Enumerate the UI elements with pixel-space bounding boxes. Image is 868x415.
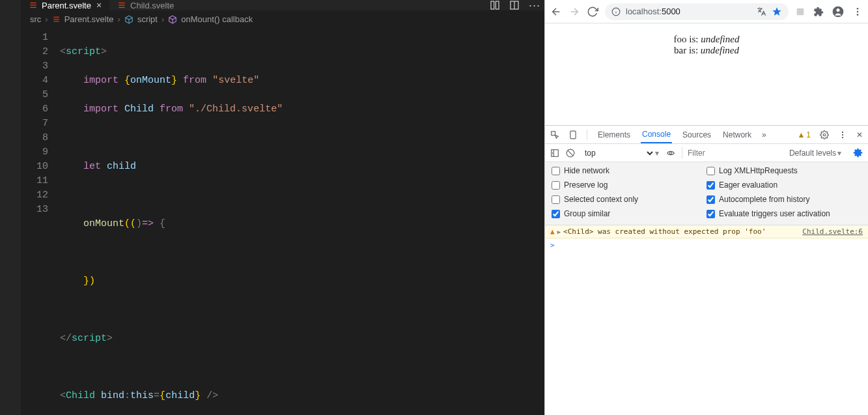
browser-pane: localhost:5000 foo is: undefined bar is:… xyxy=(544,0,868,415)
live-expression-icon[interactable] xyxy=(666,149,675,158)
svg-point-27 xyxy=(823,134,826,136)
warning-text: <Child> was created without expected pro… xyxy=(563,227,766,236)
console-warning-row[interactable]: ▲ ▶ <Child> was created without expected… xyxy=(545,225,868,238)
svelte-file-icon xyxy=(29,1,38,10)
opt-preserve-log[interactable]: Preserve log xyxy=(552,180,707,190)
console-options: Hide network Log XMLHttpRequests Preserv… xyxy=(545,162,868,225)
console-prompt[interactable]: > xyxy=(545,238,868,252)
opt-group-similar[interactable]: Group similar xyxy=(552,209,707,218)
expand-arrow-icon[interactable]: ▶ xyxy=(557,229,561,235)
breadcrumb[interactable]: src › Parent.svelte › script › onMount()… xyxy=(21,10,544,28)
back-icon[interactable] xyxy=(550,6,562,18)
more-icon[interactable]: ··· xyxy=(529,0,539,10)
svelte-file-icon xyxy=(52,15,61,23)
svg-point-30 xyxy=(842,136,843,137)
devtools-panel: Elements Console Sources Network » ▲ 1 ✕… xyxy=(545,125,868,415)
svg-line-34 xyxy=(568,150,573,155)
tab-elements[interactable]: Elements xyxy=(596,126,632,143)
svg-rect-6 xyxy=(491,1,494,9)
device-icon[interactable] xyxy=(568,130,578,139)
more-tabs-icon[interactable]: » xyxy=(762,130,766,139)
editor-tabs-bar: Parent.svelte × Child.svelte ··· xyxy=(21,0,544,10)
close-devtools-icon[interactable]: ✕ xyxy=(856,130,863,139)
split-editor-icon[interactable] xyxy=(509,0,520,10)
line-gutter: 12345678910111213 xyxy=(21,28,60,415)
extension-icon[interactable] xyxy=(795,7,805,17)
inspect-icon[interactable] xyxy=(550,130,559,139)
settings-gear-icon[interactable] xyxy=(820,130,829,139)
breadcrumb-scope[interactable]: script xyxy=(137,14,158,24)
opt-selected-ctx[interactable]: Selected context only xyxy=(552,195,707,204)
activity-bar xyxy=(0,0,21,415)
svelte-file-icon xyxy=(117,1,126,10)
svg-point-21 xyxy=(857,8,859,10)
extensions-puzzle-icon[interactable] xyxy=(813,7,824,17)
bookmark-star-icon[interactable] xyxy=(772,7,782,17)
reload-icon[interactable] xyxy=(587,6,598,18)
opt-hide-network[interactable]: Hide network xyxy=(552,166,707,175)
tab-label: Child.svelte xyxy=(130,1,174,10)
breadcrumb-src[interactable]: src xyxy=(30,14,41,24)
warning-icon: ▲ xyxy=(550,227,555,236)
warning-count[interactable]: ▲ 1 xyxy=(797,130,811,139)
warning-source-link[interactable]: Child.svelte:6 xyxy=(802,227,863,236)
address-bar[interactable]: localhost:5000 xyxy=(605,3,789,20)
tab-child-svelte[interactable]: Child.svelte xyxy=(109,0,182,10)
chevron-right-icon: › xyxy=(118,14,120,24)
breadcrumb-func[interactable]: onMount() callback xyxy=(181,14,253,24)
svg-point-29 xyxy=(842,134,843,135)
svg-point-20 xyxy=(837,8,840,12)
url-text: localhost:5000 xyxy=(626,7,680,16)
translate-icon[interactable] xyxy=(757,7,766,16)
svg-point-22 xyxy=(857,10,859,12)
browser-toolbar: localhost:5000 xyxy=(545,0,868,23)
output-line-bar: bar is: undefined xyxy=(550,45,863,56)
info-icon[interactable] xyxy=(611,7,621,16)
editor-pane: Parent.svelte × Child.svelte ··· src › P… xyxy=(0,0,544,415)
close-icon[interactable]: × xyxy=(96,0,102,10)
chevron-right-icon: › xyxy=(45,14,48,24)
breadcrumb-file[interactable]: Parent.svelte xyxy=(64,14,114,24)
context-select[interactable]: top▾ xyxy=(581,147,660,159)
code-content[interactable]: <script> import {onMount} from "svelte" … xyxy=(60,28,544,415)
console-filterbar: top▾ Default levels ▾ xyxy=(545,144,868,162)
log-levels-select[interactable]: Default levels ▾ xyxy=(789,149,841,158)
opt-eval-triggers[interactable]: Evaluate triggers user activation xyxy=(707,209,861,218)
compare-icon[interactable] xyxy=(490,0,500,10)
tab-console[interactable]: Console xyxy=(641,126,672,143)
chevron-right-icon: › xyxy=(161,14,164,24)
function-icon xyxy=(168,15,177,24)
menu-kebab-icon[interactable] xyxy=(852,7,863,17)
browser-extensions xyxy=(795,5,863,18)
tab-sources[interactable]: Sources xyxy=(681,126,712,143)
opt-log-xhr[interactable]: Log XMLHttpRequests xyxy=(707,166,861,175)
tab-network[interactable]: Network xyxy=(721,126,753,143)
filter-input[interactable] xyxy=(682,147,747,159)
svg-rect-18 xyxy=(797,8,804,15)
profile-icon[interactable] xyxy=(832,5,845,18)
clear-console-icon[interactable] xyxy=(566,149,575,158)
svg-point-35 xyxy=(669,152,672,154)
svg-rect-7 xyxy=(496,1,499,9)
tabs-actions: ··· xyxy=(490,0,544,10)
forward-icon[interactable] xyxy=(568,6,580,18)
output-line-foo: foo is: undefined xyxy=(550,34,863,45)
opt-eager-eval[interactable]: Eager evaluation xyxy=(707,180,861,190)
code-editor[interactable]: 12345678910111213 <script> import {onMou… xyxy=(21,28,544,415)
svg-rect-25 xyxy=(570,131,576,139)
page-content: foo is: undefined bar is: undefined xyxy=(545,23,868,125)
tab-parent-svelte[interactable]: Parent.svelte × xyxy=(21,0,109,10)
console-settings-icon[interactable] xyxy=(853,148,863,158)
opt-autocomplete[interactable]: Autocomplete from history xyxy=(707,195,861,204)
sidebar-toggle-icon[interactable] xyxy=(550,149,559,158)
svg-point-28 xyxy=(842,131,843,132)
console-output: ▲ ▶ <Child> was created without expected… xyxy=(545,225,868,415)
devtools-tabbar: Elements Console Sources Network » ▲ 1 ✕ xyxy=(545,126,868,144)
tab-label: Parent.svelte xyxy=(42,1,91,10)
kebab-icon[interactable] xyxy=(838,130,847,139)
svg-point-23 xyxy=(857,14,859,16)
module-icon xyxy=(124,15,133,24)
